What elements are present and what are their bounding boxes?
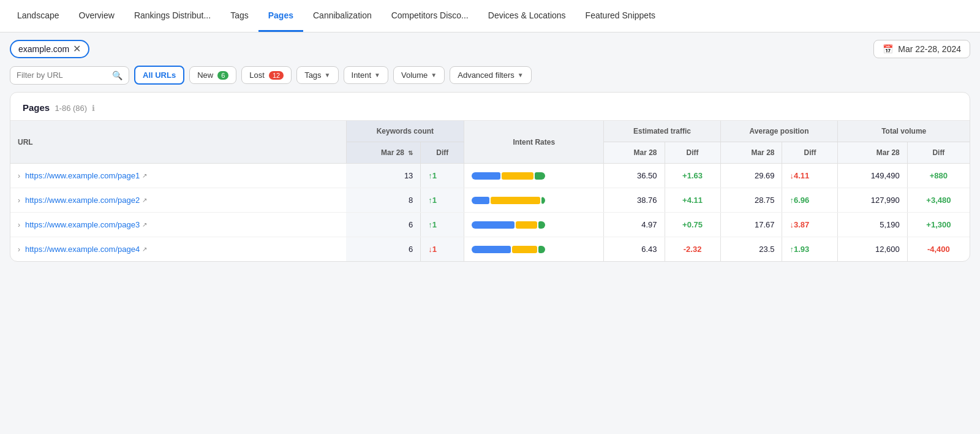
toolbar: example.com ✕ 📅 Mar 22-28, 2024 [0, 32, 980, 66]
traffic-diff-cell: -2.32 [665, 237, 720, 262]
avgpos-diff-value: ↑6.96 [790, 196, 830, 205]
traffic-diff-value: +0.75 [682, 220, 703, 229]
expand-arrow-icon[interactable]: › [18, 245, 20, 254]
volume-filter-button[interactable]: Volume ▼ [393, 66, 445, 84]
col-avgpos-group: Average position [720, 121, 838, 142]
toolbar-left: example.com ✕ [10, 40, 89, 58]
url-cell: › https://www.example.com/page3 ↗ [10, 213, 346, 237]
intent-yellow-seg [491, 197, 540, 204]
intent-yellow-seg [516, 221, 537, 229]
col-avgpos-mar28: Mar 28 [720, 142, 782, 164]
volume-cell: 149,490 [838, 164, 907, 188]
url-text: https://www.example.com/page3 [25, 220, 140, 229]
url-link[interactable]: https://www.example.com/page4 ↗ [25, 245, 147, 254]
col-traffic-group: Estimated traffic [604, 121, 720, 142]
filter-bar: 🔍 All URLs New 6 Lost 12 Tags ▼ Intent ▼… [0, 66, 980, 92]
intent-blue-seg [472, 197, 489, 204]
domain-pill[interactable]: example.com ✕ [10, 40, 89, 58]
table-card: Pages 1-86 (86) ℹ URL Keywords count Int… [10, 92, 970, 262]
nav-landscape[interactable]: Landscape [7, 0, 69, 32]
url-link[interactable]: https://www.example.com/page3 ↗ [25, 220, 147, 229]
table-row: › https://www.example.com/page1 ↗ 13 ↑1 … [10, 164, 970, 188]
table-row: › https://www.example.com/page4 ↗ 6 ↓1 6… [10, 237, 970, 262]
avgpos-cell: 28.75 [720, 188, 782, 213]
expand-arrow-icon[interactable]: › [18, 221, 20, 229]
nav-snippets[interactable]: Featured Snippets [576, 0, 665, 32]
url-filter-search[interactable]: 🔍 [10, 66, 129, 85]
traffic-diff-cell: +4.11 [665, 188, 720, 213]
volume-diff-value: +3,480 [926, 196, 951, 205]
lost-count-badge: 12 [269, 71, 284, 80]
nav-devices[interactable]: Devices & Locations [478, 0, 576, 32]
table-row: › https://www.example.com/page3 ↗ 6 ↑1 4… [10, 213, 970, 237]
col-keywords-group[interactable]: Keywords count [346, 121, 464, 142]
traffic-diff-value: +1.63 [682, 171, 703, 180]
volume-diff-value: +1,300 [926, 220, 951, 229]
col-kw-diff: Diff [421, 142, 464, 164]
tags-filter-button[interactable]: Tags ▼ [296, 66, 338, 84]
keywords-value: 8 [409, 196, 413, 205]
avgpos-diff-value: ↑1.93 [790, 245, 830, 254]
traffic-value: 6.43 [641, 245, 657, 254]
url-link[interactable]: https://www.example.com/page1 ↗ [25, 171, 147, 180]
volume-chevron-icon: ▼ [431, 72, 437, 78]
nav-pages[interactable]: Pages [258, 0, 303, 32]
volume-diff-value: -4,400 [927, 245, 950, 254]
intent-bar [472, 197, 545, 204]
lost-filter-button[interactable]: Lost 12 [241, 66, 292, 84]
traffic-cell: 38.76 [604, 188, 665, 213]
intent-filter-button[interactable]: Intent ▼ [344, 66, 388, 84]
date-picker-button[interactable]: 📅 Mar 22-28, 2024 [873, 40, 970, 58]
advanced-filter-button[interactable]: Advanced filters ▼ [450, 66, 531, 84]
nav-rankings[interactable]: Rankings Distribut... [124, 0, 221, 32]
all-urls-button[interactable]: All URLs [134, 66, 184, 85]
intent-blue-seg [472, 221, 514, 229]
url-text: https://www.example.com/page4 [25, 245, 140, 254]
keywords-value: 13 [404, 171, 413, 180]
expand-arrow-icon[interactable]: › [18, 196, 20, 205]
col-traffic-diff: Diff [665, 142, 720, 164]
volume-diff-value: +880 [930, 171, 948, 180]
new-filter-button[interactable]: New 6 [189, 66, 236, 84]
url-cell: › https://www.example.com/page4 ↗ [10, 237, 346, 262]
avgpos-diff-value: ↓4.11 [790, 171, 830, 180]
keywords-count-cell: 13 [346, 164, 421, 188]
nav-tags[interactable]: Tags [221, 0, 258, 32]
avgpos-value: 23.5 [759, 245, 774, 254]
date-label: Mar 22-28, 2024 [898, 44, 961, 54]
traffic-value: 36.50 [637, 171, 657, 180]
domain-close-icon[interactable]: ✕ [73, 44, 81, 54]
col-kw-mar28[interactable]: Mar 28 ⇅ [346, 142, 421, 164]
calendar-icon: 📅 [883, 44, 893, 54]
tags-label: Tags [304, 70, 321, 80]
volume-cell: 5,190 [838, 213, 907, 237]
traffic-cell: 4.97 [604, 213, 665, 237]
table-title-text: Pages [23, 102, 50, 113]
intent-label: Intent [352, 70, 372, 80]
avgpos-diff-cell: ↓4.11 [782, 164, 838, 188]
intent-cell [464, 164, 604, 188]
kw-diff-value: ↑1 [428, 196, 456, 205]
external-link-icon: ↗ [142, 172, 147, 179]
url-filter-input[interactable] [17, 70, 108, 80]
keywords-value: 6 [409, 245, 413, 254]
avgpos-diff-cell: ↓3.87 [782, 213, 838, 237]
nav-cannibalization[interactable]: Cannibalization [303, 0, 382, 32]
traffic-value: 38.76 [637, 196, 657, 205]
expand-arrow-icon[interactable]: › [18, 172, 20, 180]
avgpos-cell: 23.5 [720, 237, 782, 262]
avgpos-cell: 29.69 [720, 164, 782, 188]
volume-value: 12,600 [875, 245, 900, 254]
avgpos-value: 17.67 [755, 220, 775, 229]
nav-competitors[interactable]: Competitors Disco... [382, 0, 478, 32]
traffic-cell: 36.50 [604, 164, 665, 188]
url-text: https://www.example.com/page2 [25, 196, 140, 205]
volume-diff-cell: +1,300 [907, 213, 970, 237]
url-link[interactable]: https://www.example.com/page2 ↗ [25, 196, 147, 205]
nav-overview[interactable]: Overview [69, 0, 124, 32]
col-traffic-mar28: Mar 28 [604, 142, 665, 164]
intent-cell [464, 188, 604, 213]
avgpos-value: 28.75 [755, 196, 775, 205]
search-icon: 🔍 [112, 70, 123, 80]
url-cell: › https://www.example.com/page1 ↗ [10, 164, 346, 188]
